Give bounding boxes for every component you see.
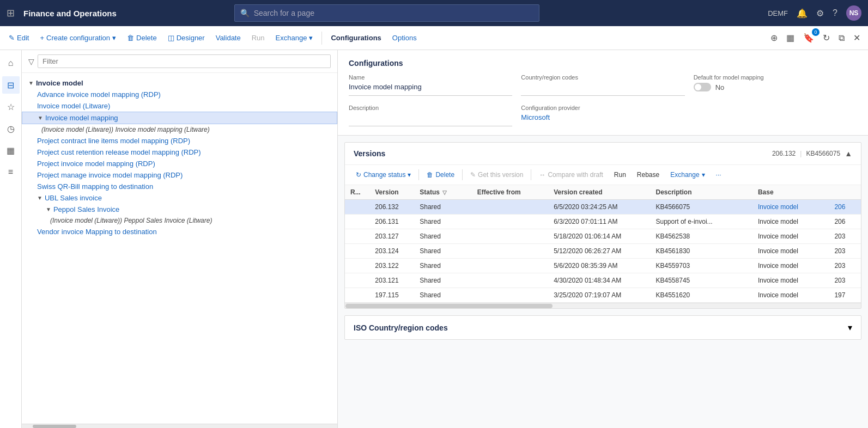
sidebar-clock-icon[interactable]: ◷ — [2, 120, 20, 137]
cell-created: 5/6/2020 08:35:39 AM — [548, 259, 650, 273]
help-icon[interactable]: ? — [833, 8, 837, 18]
delete-button[interactable]: 🗑 Delete — [123, 32, 161, 44]
cell-basever: 206 — [829, 215, 861, 229]
tree-item-vendor[interactable]: Vendor invoice Mapping to destination — [22, 226, 337, 237]
sidebar-star-icon[interactable]: ☆ — [2, 98, 20, 115]
cell-basever: 203 — [829, 259, 861, 273]
rebase-button[interactable]: Rebase — [633, 169, 664, 180]
cell-effective — [472, 288, 549, 303]
versions-more-button[interactable]: ··· — [712, 169, 726, 180]
cell-created: 3/25/2020 07:19:07 AM — [548, 288, 650, 303]
compare-draft-button[interactable]: ↔ Compare with draft — [535, 169, 607, 180]
table-row[interactable]: 203.127 Shared 5/18/2020 01:06:14 AM KB4… — [345, 229, 861, 244]
search-bar[interactable]: 🔍 — [234, 4, 539, 22]
sidebar-list-icon[interactable]: ≡ — [2, 163, 20, 181]
options-button[interactable]: Options — [388, 32, 421, 44]
cell-base: Invoice model — [752, 288, 829, 303]
tree-item-peppol[interactable]: ▼ Peppol Sales Invoice — [22, 204, 337, 215]
refresh-button[interactable]: ↻ — [820, 30, 833, 45]
config-name-value: Invoice model mapping — [349, 83, 512, 96]
filter-icon-btn[interactable]: ⊕ — [767, 30, 781, 45]
table-row[interactable]: 197.115 Shared 3/25/2020 07:19:07 AM KB4… — [345, 288, 861, 303]
cell-basever: 203 — [829, 229, 861, 244]
versions-collapse-btn[interactable]: ▲ — [845, 149, 852, 158]
cell-basever: 197 — [829, 288, 861, 303]
col-header-effective[interactable]: Effective from — [472, 185, 549, 200]
cell-r — [345, 259, 369, 273]
settings-icon[interactable]: ⚙ — [816, 8, 824, 19]
configurations-button[interactable]: Configurations — [326, 32, 385, 44]
config-provider-value[interactable]: Microsoft — [521, 113, 684, 121]
sidebar-filter-icon[interactable]: ⊟ — [2, 76, 20, 94]
close-button[interactable]: ✕ — [850, 30, 864, 45]
config-desc-label: Description — [349, 105, 512, 111]
notification-icon[interactable]: 🔔 — [797, 8, 808, 19]
validate-button[interactable]: Validate — [211, 32, 245, 44]
cell-base: Invoice model — [752, 200, 829, 215]
chevron-peppol-icon: ▼ — [46, 206, 51, 212]
default-mapping-toggle[interactable] — [694, 83, 711, 91]
sidebar-home-icon[interactable]: ⌂ — [2, 54, 20, 72]
tree-item-peppol-litware[interactable]: (Invoice model (Litware)) Peppol Sales I… — [22, 215, 337, 226]
designer-button[interactable]: ◫ Designer — [163, 32, 209, 44]
search-input[interactable] — [254, 9, 533, 17]
grid-icon[interactable]: ⊞ — [7, 7, 15, 19]
col-header-base[interactable]: Base — [752, 185, 829, 200]
change-status-icon: ↻ — [356, 171, 361, 179]
tree-item-invoice-model[interactable]: ▼ Invoice model — [22, 77, 337, 89]
cell-version: 203.121 — [369, 273, 414, 288]
col-header-created[interactable]: Version created — [548, 185, 650, 200]
table-row[interactable]: 203.124 Shared 5/12/2020 06:26:27 AM KB4… — [345, 244, 861, 259]
col-header-desc[interactable]: Description — [651, 185, 752, 200]
col-header-status[interactable]: Status ▽ — [414, 185, 471, 200]
get-version-button[interactable]: ✎ Get this version — [466, 169, 527, 180]
config-country-label: Country/region codes — [521, 74, 684, 81]
cell-desc: Support of e-invoi... — [651, 215, 752, 229]
right-panel: Configurations Name Invoice model mappin… — [338, 50, 868, 428]
run-button[interactable]: Run — [247, 32, 269, 44]
popout-button[interactable]: ⧉ — [835, 31, 848, 45]
table-row[interactable]: 203.121 Shared 4/30/2020 01:48:34 AM KB4… — [345, 273, 861, 288]
cell-status: Shared — [414, 288, 471, 303]
exchange-button[interactable]: Exchange ▾ — [271, 32, 318, 44]
tree-item-litware-mapping[interactable]: (Invoice model (Litware)) Invoice model … — [22, 124, 337, 135]
edit-button[interactable]: ✎ Edit — [4, 32, 33, 44]
iso-header[interactable]: ISO Country/region codes ▾ — [345, 316, 861, 339]
cell-desc: KB4558745 — [651, 273, 752, 288]
config-default-label: Default for model mapping — [694, 74, 857, 81]
add-icon: + — [40, 34, 44, 42]
cell-status: Shared — [414, 244, 471, 259]
cell-version: 203.122 — [369, 259, 414, 273]
versions-meta-version: 206.132 — [772, 150, 796, 157]
versions-run-button[interactable]: Run — [610, 169, 630, 180]
panel-icon-btn[interactable]: ▦ — [783, 30, 798, 45]
create-config-button[interactable]: + Create configuration ▾ — [35, 32, 120, 44]
filter-input[interactable] — [38, 54, 331, 68]
cell-r — [345, 288, 369, 303]
versions-delete-button[interactable]: 🗑 Delete — [422, 169, 459, 180]
tree-item-invoice-mapping[interactable]: ▼ Invoice model mapping — [22, 112, 337, 124]
tree-item-litware[interactable]: Invoice model (Litware) — [22, 100, 337, 112]
tree-item-project-invoice[interactable]: Project invoice model mapping (RDP) — [22, 158, 337, 169]
table-row[interactable]: 206.132 Shared 6/5/2020 03:24:25 AM KB45… — [345, 200, 861, 215]
sidebar-table-icon[interactable]: ▦ — [2, 142, 20, 159]
change-status-button[interactable]: ↻ Change status ▾ — [351, 169, 415, 180]
col-header-basever — [829, 185, 861, 200]
tree-item-swiss-qr[interactable]: Swiss QR-Bill mapping to destination — [22, 181, 337, 192]
col-header-version[interactable]: Version — [369, 185, 414, 200]
table-row[interactable]: 206.131 Shared 6/3/2020 07:01:11 AM Supp… — [345, 215, 861, 229]
avatar[interactable]: NS — [846, 5, 861, 21]
change-status-chevron: ▾ — [408, 171, 411, 179]
horizontal-scroll[interactable] — [345, 303, 861, 308]
tree-item-project-cust[interactable]: Project cust retention release model map… — [22, 146, 337, 158]
tree-item-advance[interactable]: Advance invoice model mapping (RDP) — [22, 89, 337, 100]
tree-item-project-manage[interactable]: Project manage invoice model mapping (RD… — [22, 169, 337, 181]
table-row[interactable]: 203.122 Shared 5/6/2020 08:35:39 AM KB45… — [345, 259, 861, 273]
left-panel-scrollbar[interactable] — [22, 424, 337, 428]
tree-item-project-contract[interactable]: Project contract line items model mappin… — [22, 135, 337, 146]
versions-exchange-button[interactable]: Exchange ▾ — [666, 169, 709, 180]
cell-created: 4/30/2020 01:48:34 AM — [548, 273, 650, 288]
versions-title: Versions — [354, 149, 772, 158]
chevron-expand-icon: ▼ — [38, 115, 43, 121]
tree-item-ubl-sales[interactable]: ▼ UBL Sales invoice — [22, 192, 337, 204]
